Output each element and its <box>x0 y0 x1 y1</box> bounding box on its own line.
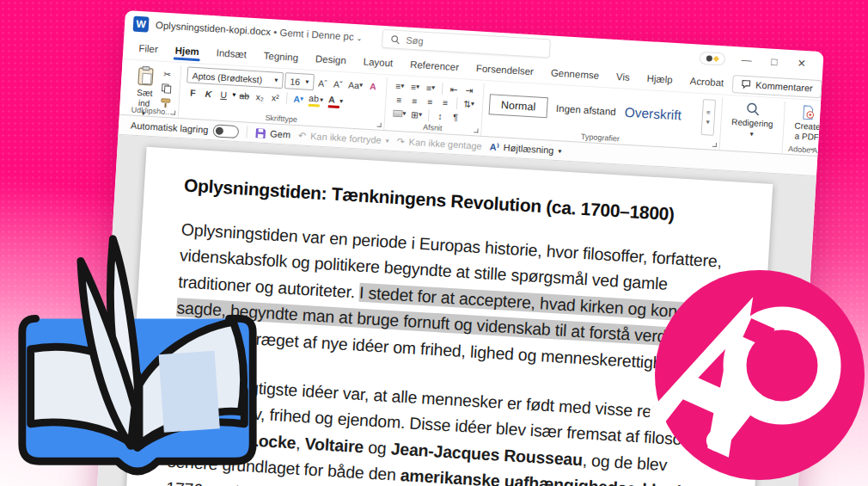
group-editing: Redigering ▾ <box>719 97 785 153</box>
style-normal[interactable]: Normal <box>488 94 548 118</box>
clear-formatting-button[interactable]: A <box>366 79 381 93</box>
cut-button[interactable]: ✂ <box>160 67 174 81</box>
lines-icon: ≡ <box>706 108 711 116</box>
collapse-ribbon-icon[interactable]: ⌄ <box>808 142 816 151</box>
magnifier-icon <box>745 102 761 117</box>
decrease-indent-button[interactable]: ⇤ <box>447 82 462 95</box>
chevron-down-icon: ▾ <box>274 76 278 83</box>
comment-icon <box>741 79 752 90</box>
editing-group-button[interactable]: Redigering ▾ <box>726 99 779 141</box>
chevron-down-icon: ▾ <box>359 81 364 89</box>
tab-design[interactable]: Design <box>306 49 355 70</box>
profile-badge[interactable] <box>699 51 725 65</box>
copy-button[interactable] <box>159 82 174 95</box>
chevron-down-icon[interactable]: ▾ <box>232 91 236 99</box>
chevron-down-icon: ▾ <box>419 110 423 118</box>
grow-font-button[interactable]: Aˆ <box>315 76 330 89</box>
text-effects-button[interactable]: A▾ <box>291 92 306 106</box>
tab-filer[interactable]: Filer <box>130 39 168 58</box>
font-color-bar <box>328 105 339 108</box>
tab-hjaelp[interactable]: Hjælp <box>638 69 682 89</box>
dialog-launcher-icon[interactable] <box>376 123 381 127</box>
change-case-button[interactable]: Aa▾ <box>346 77 365 91</box>
tab-acrobat[interactable]: Acrobat <box>681 71 733 93</box>
borders-button[interactable]: ⊞▾ <box>409 108 425 121</box>
undo-button[interactable]: ↶ Kan ikke fortryde ▾ <box>298 130 389 146</box>
align-right-button[interactable]: ≡ <box>423 95 437 108</box>
bullet-list-button[interactable]: ≡▾ <box>393 79 407 93</box>
redo-button[interactable]: ↷ Kan ikke gentage <box>396 136 482 152</box>
shrink-font-button[interactable]: Aˇ <box>331 77 345 90</box>
shading-button[interactable]: ▾ <box>391 107 408 120</box>
chevron-down-icon[interactable]: ⌄ <box>356 34 362 42</box>
style-heading[interactable]: Overskrift <box>624 105 694 125</box>
underline-button[interactable]: U <box>217 87 231 101</box>
group-label-adobe: Adobe A... <box>783 145 824 156</box>
chevron-down-icon: ▾ <box>749 130 754 138</box>
desktop-background: W Oplysningstiden-kopi.docx • Gemt i Den… <box>0 0 868 486</box>
autosave-label: Automatisk lagring <box>131 120 209 135</box>
document-title-text: Oplysningstiden-kopi.docx • Gemt i Denne… <box>156 20 363 42</box>
divider <box>456 97 458 109</box>
close-button[interactable]: ✕ <box>788 50 816 77</box>
dialog-launcher-icon[interactable] <box>474 128 478 132</box>
tab-gennemse[interactable]: Gennemse <box>541 63 608 84</box>
tab-indsaet[interactable]: Indsæt <box>207 43 255 64</box>
dialog-launcher-icon[interactable] <box>712 143 716 147</box>
align-left-button[interactable]: ≡ <box>392 93 406 107</box>
tab-vis[interactable]: Vis <box>607 67 639 87</box>
divider <box>428 109 430 121</box>
strikethrough-button[interactable]: ab <box>237 89 252 102</box>
font-color-button[interactable]: A▾ <box>327 94 345 108</box>
divider <box>442 83 443 95</box>
tab-referencer[interactable]: Referencer <box>401 55 468 77</box>
read-aloud-button[interactable]: A⁾ Højtlæsning ▾ <box>489 141 561 157</box>
pdf-icon <box>799 105 817 120</box>
avatar <box>706 55 712 61</box>
word-app-icon[interactable]: W <box>133 16 150 33</box>
spark-icon <box>713 55 719 61</box>
sort-button[interactable]: ↕ <box>433 108 448 122</box>
bold-button[interactable]: F <box>186 85 200 99</box>
highlight-color-bar <box>309 103 320 107</box>
italic-button[interactable]: K <box>201 86 216 100</box>
line-spacing-button[interactable]: ⇅▾ <box>462 96 477 110</box>
chevron-down-icon: ▾ <box>431 83 436 91</box>
save-icon <box>254 127 266 139</box>
save-button[interactable]: Gem <box>254 127 291 140</box>
autosave-toggle[interactable] <box>212 124 239 138</box>
numbered-list-button[interactable]: ≡▾ <box>408 80 423 94</box>
divider <box>246 126 248 138</box>
superscript-button[interactable]: x² <box>268 90 283 104</box>
copy-icon <box>161 83 172 94</box>
search-icon <box>390 34 400 45</box>
read-aloud-icon: A⁾ <box>489 141 499 153</box>
styles-gallery-expander[interactable]: ≡ ▾ <box>700 99 715 136</box>
chevron-down-icon: ▾ <box>385 137 389 145</box>
style-no-spacing[interactable]: Ingen afstand <box>556 103 616 117</box>
maximize-button[interactable]: □ <box>761 48 788 76</box>
font-name-select[interactable]: Aptos (Brødtekst) ▾ <box>186 66 284 89</box>
multilevel-list-button[interactable]: ≡▾ <box>424 81 438 95</box>
doc-heading: Oplysningstiden: Tænkningens Revolution … <box>183 175 733 228</box>
clipboard-icon <box>137 65 155 87</box>
create-pdf-button[interactable]: Create a PDF <box>789 102 823 144</box>
minimize-button[interactable]: — <box>733 46 761 74</box>
comments-button[interactable]: Kommentarer <box>732 75 822 98</box>
increase-indent-button[interactable]: ⇥ <box>462 83 477 96</box>
tab-layout[interactable]: Layout <box>354 52 402 72</box>
font-size-select[interactable]: 16 ▾ <box>284 72 315 90</box>
tab-hjem[interactable]: Hjem <box>166 40 208 61</box>
show-formatting-button[interactable]: ¶ <box>449 110 463 124</box>
dialog-launcher-icon[interactable] <box>171 110 175 114</box>
group-clipboard: Sæt ind ▾ ✂ Udklipsho... <box>125 62 182 118</box>
highlight-color-button[interactable]: ab▾ <box>307 93 326 107</box>
justify-button[interactable]: ≡ <box>438 95 453 109</box>
subscript-button[interactable]: x₂ <box>253 89 267 103</box>
align-center-button[interactable]: ≡ <box>407 94 422 108</box>
divider <box>286 92 288 104</box>
tab-forsendelser[interactable]: Forsendelser <box>467 58 542 81</box>
redo-icon: ↷ <box>396 136 405 148</box>
group-adobe: Create a PDF Adobe A... <box>783 102 824 157</box>
tab-tegning[interactable]: Tegning <box>254 46 307 68</box>
